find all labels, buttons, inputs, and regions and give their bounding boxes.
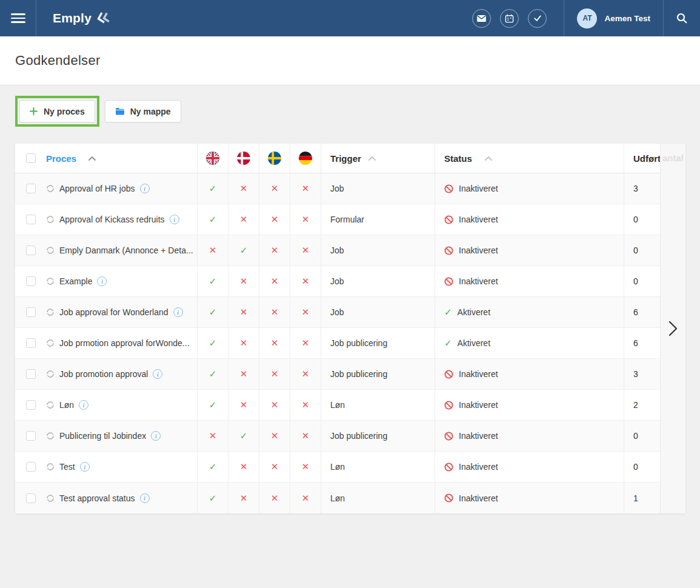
completed-value: 3 (624, 359, 660, 389)
trigger-value: Løn (321, 452, 435, 482)
row-checkbox[interactable] (26, 431, 36, 441)
sync-icon (46, 370, 55, 378)
trigger-value: Job publicering (321, 359, 435, 389)
row-checkbox[interactable] (26, 338, 36, 348)
sync-icon (46, 215, 55, 224)
lang-de-mark: ✕ (290, 266, 321, 296)
horizontal-scroll-strip: antal (660, 144, 685, 513)
table-row[interactable]: Job promotion approval i ✓ ✕ ✕ ✕ Job pub… (15, 359, 660, 390)
trigger-column-header[interactable]: Trigger (321, 144, 435, 173)
lang-da-mark: ✕ (228, 266, 259, 296)
row-checkbox[interactable] (26, 400, 36, 410)
lang-da-mark: ✕ (228, 297, 259, 327)
user-menu[interactable]: AT Aemen Test (564, 0, 663, 36)
table-row[interactable]: Emply Danmark (Annonce + Deta... ✕ ✓ ✕ ✕… (15, 235, 660, 266)
new-folder-button[interactable]: Ny mappe (105, 100, 181, 122)
search-icon (676, 13, 687, 24)
sync-icon (46, 432, 55, 440)
info-icon[interactable]: i (140, 493, 150, 503)
info-icon[interactable]: i (80, 462, 90, 472)
process-column-header[interactable]: Proces (39, 144, 197, 173)
process-name[interactable]: Emply Danmark (Annonce + Deta... (59, 246, 193, 255)
process-name[interactable]: Publicering til Jobindex (59, 431, 146, 441)
completed-value: 0 (624, 266, 660, 296)
table-row[interactable]: Approval of HR jobs i ✓ ✕ ✕ ✕ Job Inakti… (15, 173, 660, 204)
sweden-flag-icon (259, 144, 290, 173)
trigger-value: Job publicering (321, 328, 435, 358)
row-checkbox[interactable] (26, 215, 36, 224)
status-label: Inaktiveret (459, 276, 498, 286)
germany-flag-icon (290, 144, 321, 173)
row-checkbox[interactable] (26, 493, 36, 503)
lang-de-mark: ✕ (290, 204, 321, 235)
select-all-checkbox[interactable] (26, 153, 36, 163)
table-row[interactable]: Test approval status i ✓ ✕ ✕ ✕ Løn Inakt… (15, 483, 660, 513)
status-column-header[interactable]: Status (435, 144, 624, 173)
process-name[interactable]: Løn (59, 400, 74, 410)
process-name[interactable]: Job approval for Wonderland (59, 307, 168, 317)
page-header: Godkendelser (0, 36, 700, 85)
row-checkbox[interactable] (26, 307, 36, 317)
lang-en-mark: ✕ (197, 421, 228, 451)
status-label: Inaktiveret (459, 400, 498, 410)
scroll-right-button[interactable] (668, 321, 678, 336)
table-row[interactable]: Example i ✓ ✕ ✕ ✕ Job Inaktiveret 0 (15, 266, 660, 297)
process-name[interactable]: Approval of Kickass redruits (59, 215, 165, 224)
tasks-button[interactable] (528, 9, 547, 28)
sync-icon (46, 246, 55, 255)
status-label: Inaktiveret (459, 462, 498, 472)
lang-da-mark: ✕ (228, 359, 259, 389)
lang-da-mark: ✕ (228, 483, 259, 513)
mail-button[interactable] (472, 9, 491, 28)
info-icon[interactable]: i (170, 215, 179, 224)
status-label: Inaktiveret (459, 493, 498, 503)
table-row[interactable]: Job prmotion approval forWonde... ✓ ✕ ✕ … (15, 328, 660, 359)
info-icon[interactable]: i (140, 184, 150, 193)
emply-logo-icon (96, 12, 110, 24)
completed-value: 0 (624, 452, 660, 482)
completed-column-header[interactable]: Udført (624, 144, 660, 173)
sync-icon (46, 339, 55, 347)
lang-de-mark: ✕ (290, 483, 321, 513)
calendar-button[interactable] (500, 9, 519, 28)
lang-de-mark: ✕ (290, 328, 321, 358)
approvals-table: Proces Trigger (15, 144, 685, 513)
content-area: Ny proces Ny mappe Proces (0, 85, 700, 513)
mail-icon (477, 15, 486, 22)
info-icon[interactable]: i (153, 369, 162, 379)
lang-da-mark: ✕ (228, 390, 259, 420)
table-row[interactable]: Test i ✓ ✕ ✕ ✕ Løn Inaktiveret 0 (15, 452, 660, 483)
new-process-button[interactable]: Ny proces (19, 100, 95, 122)
inactive-icon (444, 246, 453, 255)
info-icon[interactable]: i (97, 276, 107, 286)
lang-da-mark: ✕ (228, 452, 259, 482)
row-checkbox[interactable] (26, 369, 36, 379)
table-row[interactable]: Job approval for Wonderland i ✓ ✕ ✕ ✕ Jo… (15, 297, 660, 328)
process-name[interactable]: Example (59, 276, 92, 286)
row-checkbox[interactable] (26, 462, 36, 472)
info-icon[interactable]: i (151, 431, 161, 441)
process-name[interactable]: Test (59, 462, 75, 472)
process-name[interactable]: Approval of HR jobs (59, 184, 135, 193)
sync-icon (46, 401, 55, 409)
menu-button[interactable] (0, 0, 36, 36)
lang-sv-mark: ✕ (259, 173, 290, 204)
info-icon[interactable]: i (173, 307, 183, 317)
lang-en-mark: ✓ (197, 328, 228, 358)
navbar-divider (36, 0, 36, 36)
table-row[interactable]: Approval of Kickass redruits i ✓ ✕ ✕ ✕ F… (15, 204, 660, 235)
process-name[interactable]: Job prmotion approval forWonde... (59, 338, 190, 348)
lang-sv-mark: ✕ (259, 483, 290, 513)
table-row[interactable]: Løn i ✓ ✕ ✕ ✕ Løn Inaktiveret 2 (15, 390, 660, 421)
row-checkbox[interactable] (26, 184, 36, 193)
sort-icon (368, 156, 376, 161)
info-icon[interactable]: i (79, 400, 88, 410)
table-row[interactable]: Publicering til Jobindex i ✕ ✓ ✕ ✕ Job p… (15, 421, 660, 452)
search-button[interactable] (664, 0, 700, 36)
process-name[interactable]: Test approval status (59, 493, 135, 503)
row-checkbox[interactable] (26, 276, 36, 286)
process-name[interactable]: Job promotion approval (59, 369, 148, 379)
active-icon: ✓ (444, 338, 452, 349)
row-checkbox[interactable] (26, 246, 36, 255)
emply-logo[interactable]: Emply (53, 11, 110, 25)
